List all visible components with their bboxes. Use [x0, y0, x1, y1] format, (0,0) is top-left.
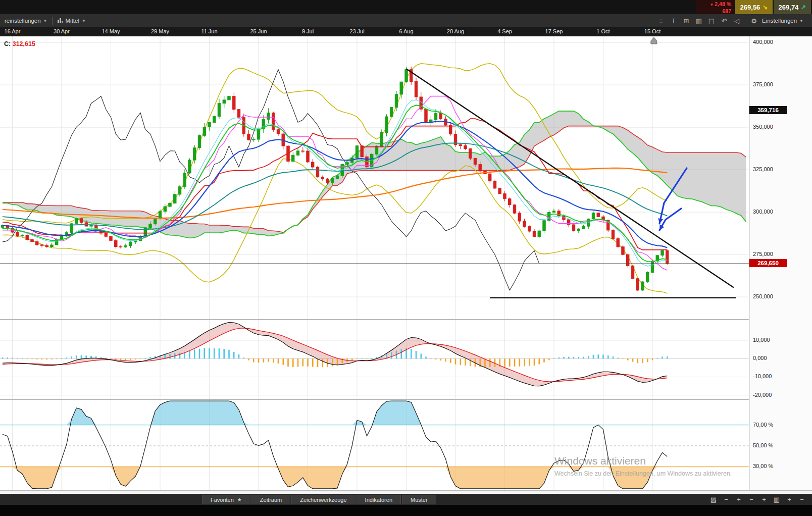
- date-tick-label: 6 Aug: [394, 28, 419, 34]
- tab-label: Favoriten: [211, 497, 234, 503]
- zoom-out-button[interactable]: −: [721, 496, 731, 503]
- tab-zeitraum[interactable]: Zeitraum: [251, 495, 290, 504]
- cursor-value: 312,615: [13, 40, 35, 47]
- price-up-arrow-icon: ↗: [801, 4, 806, 11]
- settings-dropdown[interactable]: ⚙ Einstellungen ▼: [744, 16, 808, 26]
- cursor-prefix: C:: [4, 40, 11, 47]
- price-tick-label: 300,000: [753, 209, 773, 215]
- export-icon[interactable]: ▨: [708, 496, 719, 503]
- stochastic-tick-label: 30,00 %: [753, 463, 773, 469]
- date-tick-label: 4 Sep: [493, 28, 517, 34]
- price-tick-label: 250,000: [753, 293, 773, 299]
- main-price-chart[interactable]: [0, 36, 749, 319]
- top-quote-strip: ▼2,48 % 687 269,56 ↘ 269,74 ↗: [0, 0, 812, 14]
- macd-tick-label: 10,000: [753, 337, 770, 343]
- compare-icon[interactable]: ▦: [693, 16, 704, 26]
- star-icon: ★: [237, 497, 242, 502]
- macd-panel[interactable]: [0, 320, 749, 399]
- chevron-down-icon: ▼: [799, 19, 803, 23]
- date-axis[interactable]: 16 Apr30 Apr14 May29 May11 Jun25 Jun9 Ju…: [0, 27, 812, 36]
- date-tick-label: 1 Oct: [591, 28, 616, 34]
- price-tick-label: 275,000: [753, 251, 773, 257]
- stochastic-tick-label: 70,00 %: [753, 422, 773, 428]
- stochastic-panel[interactable]: [0, 400, 749, 490]
- average-dropdown[interactable]: Mittel ▼: [53, 14, 90, 27]
- chevron-down-icon: ▼: [82, 19, 86, 23]
- price-tick-label: 375,000: [753, 81, 773, 87]
- tab-label: Zeitraum: [260, 497, 282, 503]
- macd-tick-label: -10,000: [753, 373, 772, 379]
- zoom-out-button[interactable]: −: [746, 496, 756, 503]
- price-tick-label: 325,000: [753, 166, 773, 172]
- quote-panel: ▼2,48 % 687 269,56 ↘ 269,74 ↗: [696, 0, 811, 14]
- quote-change: ▼2,48 % 687: [696, 0, 734, 14]
- cursor-price-label: C: 312,615: [4, 40, 35, 47]
- tab-indikatoren[interactable]: Indikatoren: [357, 495, 401, 504]
- zoom-in-button[interactable]: +: [759, 496, 769, 503]
- ask-price: 269,74: [779, 4, 799, 11]
- date-tick-label: 25 Jun: [246, 28, 271, 34]
- axis-zoom-in-button[interactable]: +: [784, 496, 794, 503]
- bid-price-box[interactable]: 269,56 ↘: [735, 0, 773, 14]
- macd-tick-label: 0,000: [753, 355, 767, 361]
- chart-settings-label: reinstellungen: [5, 18, 41, 24]
- date-tick-label: 17 Sep: [542, 28, 566, 34]
- down-triangle-icon: ▼: [709, 3, 714, 7]
- toolbar-right-group: ≡ T ⊞ ▦ ▤ ↶ ◁ ⚙ Einstellungen ▼: [655, 16, 812, 26]
- tab-muster[interactable]: Muster: [402, 495, 436, 504]
- back-icon[interactable]: ◁: [731, 16, 742, 26]
- settings-label: Einstellungen: [762, 18, 797, 24]
- date-tick-label: 20 Aug: [443, 28, 468, 34]
- bottom-black-strip: [0, 505, 812, 516]
- text-tool-icon[interactable]: T: [668, 16, 679, 26]
- tab-label: Indikatoren: [365, 497, 392, 503]
- chart-settings-dropdown[interactable]: reinstellungen ▼: [0, 14, 52, 27]
- price-down-arrow-icon: ↘: [763, 4, 768, 11]
- date-tick-label: 9 Jul: [296, 28, 320, 34]
- price-badge: 359,716: [749, 106, 787, 114]
- tab-label: Muster: [411, 497, 428, 503]
- split-view-icon[interactable]: ▥: [772, 496, 782, 503]
- date-tick-label: 30 Apr: [49, 28, 74, 34]
- tab-favoriten[interactable]: Favoriten ★: [202, 495, 250, 504]
- bottom-tab-bar: Favoriten ★ Zeitraum Zeichenwerkzeuge In…: [0, 494, 812, 505]
- price-tick-label: 350,000: [753, 124, 773, 130]
- tab-label: Zeichenwerkzeuge: [300, 497, 346, 503]
- date-tick-label: 23 Jul: [345, 28, 369, 34]
- layout-icon[interactable]: ▤: [706, 16, 717, 26]
- date-tick-label: 11 Jun: [197, 28, 222, 34]
- price-axis[interactable]: 400,000375,000350,000325,000300,000275,0…: [749, 36, 812, 490]
- change-percent: 2,48 %: [715, 1, 731, 7]
- date-tick-label: 14 May: [99, 28, 123, 34]
- trading-app-window: ▼2,48 % 687 269,56 ↘ 269,74 ↗ reinstellu…: [0, 0, 812, 516]
- ask-price-box[interactable]: 269,74 ↗: [774, 0, 811, 14]
- date-tick-label: 29 May: [148, 28, 172, 34]
- align-icon[interactable]: ≡: [655, 16, 667, 26]
- average-label: Mittel: [66, 18, 79, 24]
- date-tick-label: 16 Apr: [1, 28, 25, 34]
- tab-zeichenwerkzeuge[interactable]: Zeichenwerkzeuge: [291, 495, 355, 504]
- chart-zoom-controls: ▨ − + − + ▥ + −: [708, 496, 807, 503]
- chevron-down-icon: ▼: [43, 19, 47, 23]
- change-absolute: 687: [698, 8, 731, 14]
- macd-tick-label: -20,000: [753, 392, 772, 398]
- zoom-in-button[interactable]: +: [734, 496, 744, 503]
- average-icon: [57, 18, 63, 24]
- price-tick-label: 400,000: [753, 39, 773, 45]
- axis-zoom-out-button[interactable]: −: [797, 496, 807, 503]
- chart-toolbar: reinstellungen ▼ Mittel ▼ ≡ T ⊞ ▦ ▤ ↶ ◁ …: [0, 14, 812, 28]
- bid-price: 269,56: [740, 4, 760, 11]
- undo-icon[interactable]: ↶: [719, 16, 730, 26]
- stochastic-tick-label: 50,00 %: [753, 442, 773, 448]
- price-badge: 269,650: [749, 259, 787, 267]
- grid-icon[interactable]: ⊞: [681, 16, 692, 26]
- date-tick-label: 15 Oct: [640, 28, 665, 34]
- gear-icon: ⚙: [748, 16, 759, 26]
